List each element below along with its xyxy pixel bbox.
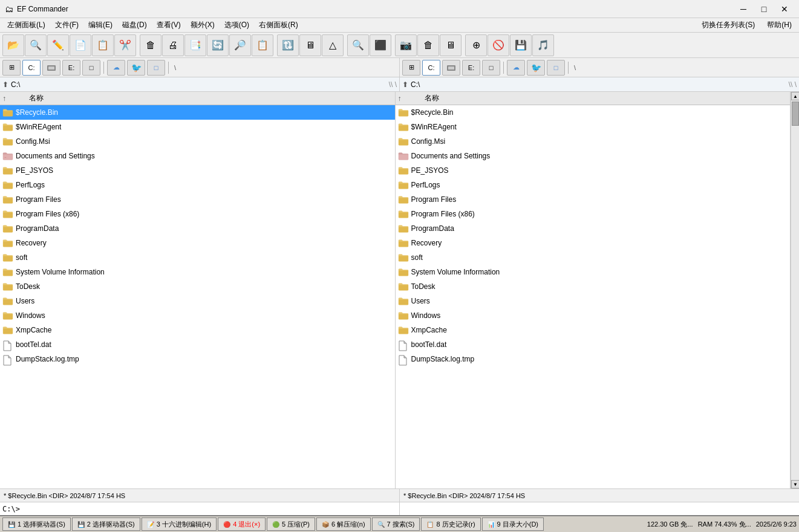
list-item[interactable]: Config.Msi <box>396 134 791 149</box>
list-item[interactable]: XmpCache <box>0 323 395 337</box>
menu-help[interactable]: 帮助(H) <box>762 19 797 31</box>
list-item[interactable]: Recovery <box>0 236 395 250</box>
left-win-drive[interactable]: ⊞ <box>2 60 21 76</box>
right-file-list[interactable]: $Recycle.Bin $WinREAgent Config.MsiDocum… <box>396 105 791 488</box>
list-item[interactable]: System Volume Information <box>0 265 395 279</box>
list-item[interactable]: $WinREAgent <box>0 120 395 134</box>
task-search[interactable]: 🔍 7 搜索(S) <box>372 517 420 531</box>
list-item[interactable]: Program Files (x86) <box>396 207 791 221</box>
task-compress[interactable]: 🟢 5 压缩(P) <box>267 517 315 531</box>
list-item[interactable]: Users <box>396 294 791 308</box>
minimize-button[interactable]: ─ <box>734 2 753 16</box>
list-item[interactable]: XmpCache <box>396 323 791 337</box>
left-blank-drive[interactable]: □ <box>82 60 100 76</box>
task-dir-size[interactable]: 📊 9 目录大小(D) <box>482 517 544 531</box>
list-item[interactable]: soft <box>0 250 395 265</box>
menu-right-panel[interactable]: 右侧面板(R) <box>254 19 303 31</box>
right-box-drive[interactable]: □ <box>547 60 565 76</box>
list-item[interactable]: ToDesk <box>396 279 791 294</box>
task-exit[interactable]: 🔴 4 退出(×) <box>218 517 266 531</box>
scroll-up-btn[interactable]: ▲ <box>791 92 799 100</box>
menu-disk[interactable]: 磁盘(D) <box>117 19 152 31</box>
list-item[interactable]: DumpStack.log.tmp <box>0 352 395 366</box>
tb-list-button[interactable]: 📑 <box>184 34 206 56</box>
menu-edit[interactable]: 编辑(E) <box>83 19 117 31</box>
list-item[interactable]: PE_JSYOS <box>396 163 791 178</box>
list-item[interactable]: $Recycle.Bin <box>0 105 395 120</box>
tb-camera-button[interactable]: 📷 <box>395 34 417 56</box>
list-item[interactable]: PE_JSYOS <box>0 163 395 178</box>
task-select-drive2[interactable]: 💾 2 选择驱动器(S) <box>72 517 140 531</box>
left-e-drive[interactable]: E: <box>62 60 80 76</box>
tb-music-button[interactable]: 🎵 <box>532 34 554 56</box>
left-cloud-drive[interactable]: ☁ <box>107 60 125 76</box>
list-item[interactable]: $Recycle.Bin <box>396 105 791 120</box>
menu-left-panel[interactable]: 左侧面板(L) <box>2 19 50 31</box>
right-scrollbar[interactable]: ▲ ▼ <box>791 92 799 488</box>
tb-search-button[interactable]: 🔍 <box>25 34 47 56</box>
menu-extra[interactable]: 额外(X) <box>186 19 220 31</box>
list-item[interactable]: ToDesk <box>0 279 395 294</box>
list-item[interactable]: soft <box>396 250 791 265</box>
tb-block-button[interactable]: 🚫 <box>488 34 509 56</box>
right-cmd-input[interactable] <box>400 502 799 515</box>
list-item[interactable]: Program Files (x86) <box>0 207 395 221</box>
tb-refresh-button[interactable]: 🔄 <box>207 34 229 56</box>
left-cmd-input[interactable] <box>0 502 399 515</box>
left-box-drive[interactable]: □ <box>147 60 165 76</box>
tb-save-button[interactable]: 💾 <box>510 34 532 56</box>
right-cloud-drive[interactable]: ☁ <box>507 60 525 76</box>
tb-find2-button[interactable]: 🔍 <box>347 34 369 56</box>
left-bird-drive[interactable]: 🐦 <box>127 60 145 76</box>
tb-monitor-button[interactable]: 🖥 <box>440 34 461 56</box>
list-item[interactable]: Windows <box>396 308 791 323</box>
tb-cut-button[interactable]: ✂️ <box>114 34 136 56</box>
left-file-list[interactable]: $Recycle.Bin $WinREAgent Config.Msi→Docu… <box>0 105 395 488</box>
menu-view[interactable]: 查看(V) <box>152 19 186 31</box>
list-item[interactable]: DumpStack.log.tmp <box>396 352 791 366</box>
list-item[interactable]: $WinREAgent <box>396 120 791 134</box>
list-item[interactable]: ProgramData <box>396 221 791 236</box>
right-bird-drive[interactable]: 🐦 <box>527 60 545 76</box>
right-d-drive[interactable] <box>442 60 460 76</box>
task-history[interactable]: 📋 8 历史记录(r) <box>421 517 480 531</box>
left-c-drive[interactable]: C: <box>22 60 41 76</box>
list-item[interactable]: System Volume Information <box>396 265 791 279</box>
list-item[interactable]: PerfLogs <box>0 178 395 192</box>
tb-clip-button[interactable]: 📋 <box>252 34 273 56</box>
task-select-drive1[interactable]: 💾 1 选择驱动器(S) <box>2 517 71 531</box>
list-item[interactable]: bootTel.dat <box>396 337 791 352</box>
tb-terminal-button[interactable]: ⬛ <box>370 34 391 56</box>
right-win-drive[interactable]: ⊞ <box>402 60 420 76</box>
right-blank-drive[interactable]: □ <box>482 60 500 76</box>
maximize-button[interactable]: □ <box>754 2 774 16</box>
tb-sync-button[interactable]: 🔃 <box>277 34 299 56</box>
right-c-drive[interactable]: C: <box>422 60 440 76</box>
menu-file[interactable]: 文件(F) <box>50 19 83 31</box>
list-item[interactable]: Config.Msi <box>0 134 395 149</box>
tb-up-button[interactable]: △ <box>322 34 344 56</box>
right-up-btn[interactable]: ↑ <box>398 94 410 103</box>
list-item[interactable]: PerfLogs <box>396 178 791 192</box>
left-up-btn[interactable]: ↑ <box>2 94 15 103</box>
menu-task-list[interactable]: 切换任务列表(S) <box>697 19 760 31</box>
list-item[interactable]: bootTel.dat <box>0 337 395 352</box>
list-item[interactable]: Users <box>0 294 395 308</box>
tb-trash-button[interactable]: 🗑 <box>417 34 439 56</box>
list-item[interactable]: Recovery <box>396 236 791 250</box>
menu-options[interactable]: 选项(O) <box>220 19 254 31</box>
task-decompress[interactable]: 📦 6 解压缩(n) <box>316 517 371 531</box>
task-hex-editor[interactable]: 📝 3 十六进制编辑(H) <box>142 517 217 531</box>
right-e-drive[interactable]: E: <box>462 60 480 76</box>
tb-find-button[interactable]: 🔎 <box>229 34 251 56</box>
tb-delete-button[interactable]: 🗑 <box>140 34 161 56</box>
scroll-thumb[interactable] <box>792 102 799 126</box>
scroll-down-btn[interactable]: ▼ <box>791 480 799 488</box>
list-item[interactable]: Program Files <box>0 192 395 207</box>
close-button[interactable]: ✕ <box>775 2 794 16</box>
tb-copy2-button[interactable]: 📋 <box>92 34 114 56</box>
tb-add-button[interactable]: ⊕ <box>465 34 487 56</box>
tb-copy-button[interactable]: 📂 <box>2 34 24 56</box>
tb-print-button[interactable]: 🖨 <box>162 34 184 56</box>
tb-screen-button[interactable]: 🖥 <box>299 34 321 56</box>
